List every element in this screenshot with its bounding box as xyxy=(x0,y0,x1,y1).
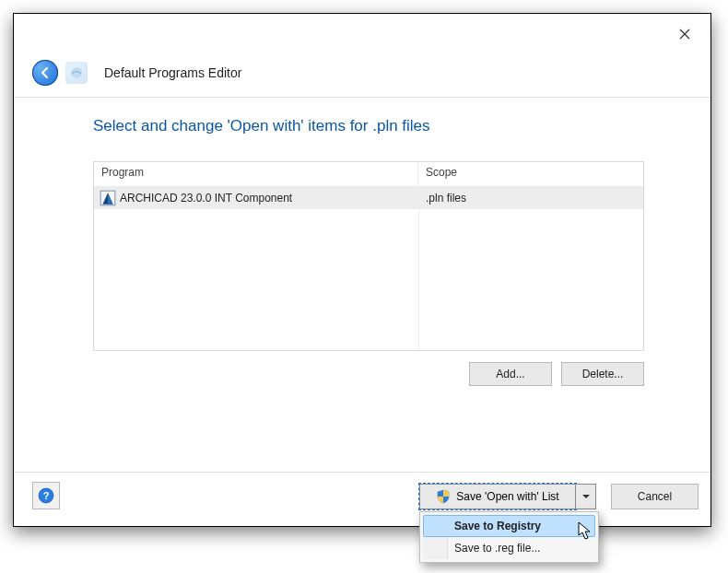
row-program: ARCHICAD 23.0.0 INT Component xyxy=(120,192,418,205)
save-split-button[interactable]: Save 'Open with' List xyxy=(419,484,596,509)
dialog-window: Default Programs Editor Select and chang… xyxy=(13,13,711,527)
chevron-down-icon xyxy=(581,492,591,501)
save-dropdown-menu: Save to Registry Save to .reg file... xyxy=(419,511,599,563)
help-icon: ? xyxy=(38,487,54,504)
row-scope: .pln files xyxy=(418,192,643,205)
app-title: Default Programs Editor xyxy=(104,65,241,80)
close-icon xyxy=(679,29,690,40)
svg-text:?: ? xyxy=(43,490,50,501)
menu-item-save-registry[interactable]: Save to Registry xyxy=(423,515,595,537)
column-separator xyxy=(418,186,419,350)
archicad-icon xyxy=(100,190,116,206)
table-row[interactable]: ARCHICAD 23.0.0 INT Component .pln files xyxy=(94,187,643,209)
list-header: Program Scope xyxy=(94,162,643,187)
uac-shield-icon xyxy=(436,489,451,504)
divider xyxy=(14,97,710,98)
save-split-dropdown[interactable] xyxy=(576,484,596,509)
back-arrow-icon xyxy=(38,65,53,80)
program-list: Program Scope ARCHICAD 23.0.0 INT Compon… xyxy=(93,161,644,351)
column-header-program[interactable]: Program xyxy=(94,162,418,186)
header-bar: Default Programs Editor xyxy=(32,58,241,88)
page-heading: Select and change 'Open with' items for … xyxy=(93,117,430,135)
add-button[interactable]: Add... xyxy=(469,362,552,386)
menu-item-save-reg-file[interactable]: Save to .reg file... xyxy=(423,537,595,559)
app-icon xyxy=(65,62,88,84)
delete-button[interactable]: Delete... xyxy=(561,362,644,386)
back-button[interactable] xyxy=(32,60,58,86)
cancel-button[interactable]: Cancel xyxy=(611,484,699,509)
close-button[interactable] xyxy=(670,23,699,45)
save-split-label: Save 'Open with' List xyxy=(456,490,558,503)
column-header-scope[interactable]: Scope xyxy=(418,162,643,186)
divider xyxy=(14,472,710,473)
save-split-main[interactable]: Save 'Open with' List xyxy=(419,484,576,509)
help-button[interactable]: ? xyxy=(32,482,60,509)
mouse-cursor xyxy=(578,521,594,544)
